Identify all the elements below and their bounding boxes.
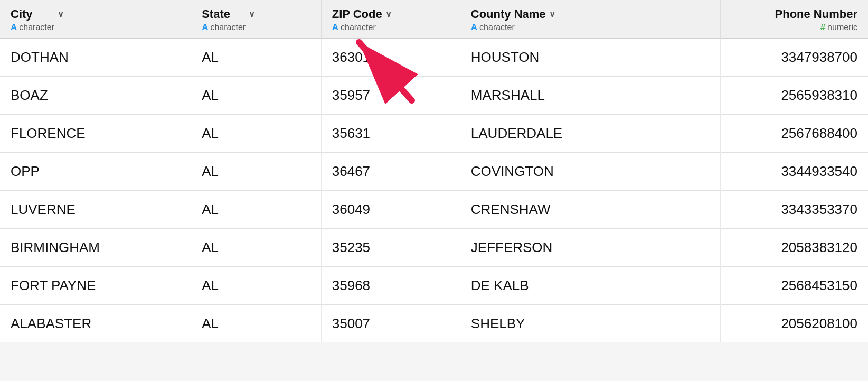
table-cell: 36467: [321, 153, 460, 191]
table-cell: AL: [191, 267, 322, 305]
table-cell: MARSHALL: [460, 77, 720, 115]
data-table-container: City A character ∨ State: [0, 0, 868, 342]
column-header-phone[interactable]: Phone Number # numeric: [720, 0, 868, 39]
column-header-state[interactable]: State A character ∨: [191, 0, 322, 39]
state-col-title: State: [202, 7, 246, 21]
table-cell: 35631: [321, 115, 460, 153]
table-cell: LAUDERDALE: [460, 115, 720, 153]
table-cell: 2568453150: [720, 267, 868, 305]
table-row: FLORENCEAL35631LAUDERDALE2567688400: [0, 115, 868, 153]
table-header-row: City A character ∨ State: [0, 0, 868, 39]
table-cell: 36049: [321, 191, 460, 229]
table-cell: 2058383120: [720, 229, 868, 267]
data-table: City A character ∨ State: [0, 0, 868, 342]
phone-col-title: Phone Number: [775, 7, 857, 21]
table-cell: 35007: [321, 305, 460, 343]
table-cell: DOTHAN: [0, 39, 191, 77]
table-cell: LUVERNE: [0, 191, 191, 229]
table-row: BOAZAL35957MARSHALL2565938310: [0, 77, 868, 115]
state-sort-icon[interactable]: ∨: [249, 9, 255, 19]
county-type-label: character: [479, 23, 515, 32]
city-type-label: character: [19, 23, 54, 32]
table-cell: 3347938700: [720, 39, 868, 77]
table-cell: DE KALB: [460, 267, 720, 305]
state-type-icon: A: [202, 22, 208, 33]
zip-type-icon: A: [332, 22, 338, 33]
county-sort-icon[interactable]: ∨: [549, 9, 555, 19]
table-row: FORT PAYNEAL35968DE KALB2568453150: [0, 267, 868, 305]
table-cell: AL: [191, 153, 322, 191]
table-cell: COVINGTON: [460, 153, 720, 191]
table-cell: SHELBY: [460, 305, 720, 343]
county-col-title: County Name: [471, 7, 546, 21]
table-cell: AL: [191, 305, 322, 343]
table-cell: 35235: [321, 229, 460, 267]
table-row: OPPAL36467COVINGTON3344933540: [0, 153, 868, 191]
county-type-icon: A: [471, 22, 477, 33]
table-cell: AL: [191, 39, 322, 77]
table-cell: 2565938310: [720, 77, 868, 115]
zip-type-label: character: [341, 23, 376, 32]
table-cell: OPP: [0, 153, 191, 191]
table-cell: ALABASTER: [0, 305, 191, 343]
table-cell: 2567688400: [720, 115, 868, 153]
table-cell: 35968: [321, 267, 460, 305]
table-cell: 36301: [321, 39, 460, 77]
table-cell: 3344933540: [720, 153, 868, 191]
zip-sort-icon[interactable]: ∨: [385, 9, 392, 19]
table-cell: AL: [191, 77, 322, 115]
column-header-city[interactable]: City A character ∨: [0, 0, 191, 39]
zip-col-title: ZIP Code: [332, 7, 382, 21]
table-cell: AL: [191, 191, 322, 229]
column-header-zip[interactable]: ZIP Code A character ∨: [321, 0, 460, 39]
table-row: DOTHANAL36301HOUSTON3347938700: [0, 39, 868, 77]
table-row: LUVERNEAL36049CRENSHAW3343353370: [0, 191, 868, 229]
table-cell: BIRMINGHAM: [0, 229, 191, 267]
state-type-label: character: [210, 23, 246, 32]
table-cell: FORT PAYNE: [0, 267, 191, 305]
table-cell: CRENSHAW: [460, 191, 720, 229]
table-cell: AL: [191, 115, 322, 153]
table-cell: 3343353370: [720, 191, 868, 229]
column-header-county[interactable]: County Name A character ∨: [460, 0, 720, 39]
phone-type-icon: #: [820, 22, 825, 33]
table-cell: FLORENCE: [0, 115, 191, 153]
city-sort-icon[interactable]: ∨: [58, 9, 64, 19]
table-cell: 2056208100: [720, 305, 868, 343]
table-cell: JEFFERSON: [460, 229, 720, 267]
table-row: BIRMINGHAMAL35235JEFFERSON2058383120: [0, 229, 868, 267]
city-col-title: City: [11, 7, 54, 21]
table-row: ALABASTERAL35007SHELBY2056208100: [0, 305, 868, 343]
table-cell: 35957: [321, 77, 460, 115]
phone-type-label: numeric: [827, 23, 857, 32]
table-cell: AL: [191, 229, 322, 267]
table-cell: BOAZ: [0, 77, 191, 115]
table-cell: HOUSTON: [460, 39, 720, 77]
city-type-icon: A: [11, 22, 17, 33]
